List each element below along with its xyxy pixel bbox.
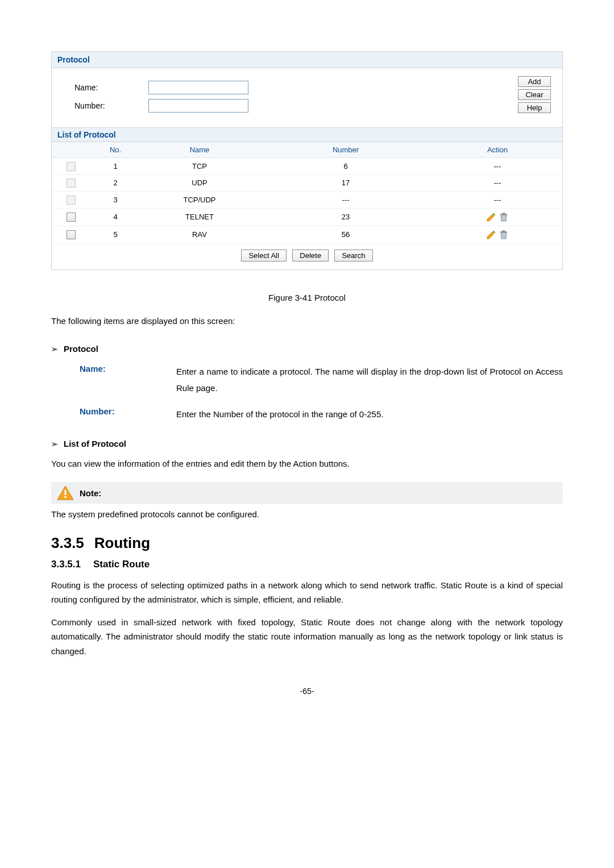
list-title: List of Protocol: [52, 128, 562, 142]
chevron-right-icon: ➢: [51, 439, 58, 448]
page-number: -65-: [51, 687, 563, 696]
cell-action: ---: [433, 175, 562, 192]
cell-no: 3: [90, 192, 140, 209]
cell-name: RAV: [140, 226, 259, 243]
cell-no: 1: [90, 158, 140, 175]
svg-rect-2: [500, 231, 507, 232]
svg-rect-3: [503, 230, 505, 231]
cell-name: UDP: [140, 175, 259, 192]
cell-action: ---: [433, 158, 562, 175]
list-desc: You can view the information of the entr…: [51, 456, 563, 471]
note-label: Note:: [80, 488, 101, 498]
heading-static-route: 3.3.5.1Static Route: [51, 559, 563, 570]
heading-routing: 3.3.5Routing: [51, 534, 563, 552]
protocol-panel: Protocol Name: Number: Add Clear Help Li…: [51, 51, 563, 270]
help-button[interactable]: Help: [518, 102, 551, 113]
cell-no: 5: [90, 226, 140, 243]
def-number-term: Number:: [80, 406, 176, 423]
cell-action: [433, 208, 562, 226]
protocol-table: No. Name Number Action 1TCP6---2UDP17---…: [52, 142, 562, 244]
svg-rect-1: [503, 213, 505, 214]
svg-rect-6: [65, 496, 67, 498]
def-name-term: Name:: [80, 364, 176, 396]
svg-rect-5: [65, 490, 67, 495]
col-name: Name: [140, 142, 259, 158]
para2: Commonly used in small-sized network wit…: [51, 615, 563, 659]
intro-text: The following items are displayed on thi…: [51, 314, 563, 329]
add-button[interactable]: Add: [518, 76, 551, 87]
table-row: 4TELNET23: [52, 208, 562, 226]
trash-icon[interactable]: [499, 212, 509, 222]
table-row: 3TCP/UDP------: [52, 192, 562, 209]
table-row: 5RAV56: [52, 226, 562, 243]
select-all-button[interactable]: Select All: [241, 250, 286, 261]
protocol-form: Name: Number: Add Clear Help: [52, 68, 562, 128]
table-row: 1TCP6---: [52, 158, 562, 175]
section-protocol: ➢Protocol: [51, 344, 563, 354]
row-checkbox: [67, 196, 76, 205]
def-name-desc: Enter a name to indicate a protocol. The…: [176, 364, 563, 396]
cell-number: 23: [259, 208, 433, 226]
delete-button[interactable]: Delete: [292, 250, 329, 261]
name-input[interactable]: [148, 81, 248, 94]
panel-title: Protocol: [52, 52, 562, 68]
row-checkbox: [67, 162, 76, 171]
number-input[interactable]: [148, 99, 248, 113]
def-number-desc: Enter the Number of the protocol in the …: [176, 406, 563, 423]
table-buttons: Select All Delete Search: [52, 244, 562, 269]
cell-number: 56: [259, 226, 433, 243]
cell-number: ---: [259, 192, 433, 209]
section-list: ➢List of Protocol: [51, 439, 563, 448]
cell-number: 17: [259, 175, 433, 192]
chevron-right-icon: ➢: [51, 344, 58, 354]
svg-rect-0: [500, 214, 507, 215]
action-none: ---: [494, 162, 501, 171]
row-checkbox: [67, 178, 76, 188]
action-none: ---: [494, 178, 501, 187]
warning-icon: [57, 485, 74, 500]
col-no: No.: [90, 142, 140, 158]
note-text: The system predefined protocols cannot b…: [51, 507, 563, 522]
search-button[interactable]: Search: [334, 250, 372, 261]
clear-button[interactable]: Clear: [518, 89, 551, 100]
row-checkbox[interactable]: [67, 213, 76, 222]
edit-icon[interactable]: [486, 212, 496, 222]
row-checkbox[interactable]: [67, 230, 76, 239]
cell-name: TELNET: [140, 208, 259, 226]
number-label: Number:: [74, 101, 148, 110]
col-action: Action: [433, 142, 562, 158]
cell-number: 6: [259, 158, 433, 175]
cell-name: TCP: [140, 158, 259, 175]
cell-action: ---: [433, 192, 562, 209]
cell-action: [433, 226, 562, 243]
action-none: ---: [494, 196, 501, 204]
cell-no: 2: [90, 175, 140, 192]
trash-icon[interactable]: [499, 230, 509, 240]
table-row: 2UDP17---: [52, 175, 562, 192]
note-block: Note:: [51, 482, 563, 504]
cell-name: TCP/UDP: [140, 192, 259, 209]
col-number: Number: [259, 142, 433, 158]
name-label: Name:: [74, 83, 148, 92]
figure-caption: Figure 3-41 Protocol: [51, 293, 563, 302]
cell-no: 4: [90, 208, 140, 226]
edit-icon[interactable]: [486, 230, 496, 240]
para1: Routing is the process of selecting opti…: [51, 578, 563, 607]
